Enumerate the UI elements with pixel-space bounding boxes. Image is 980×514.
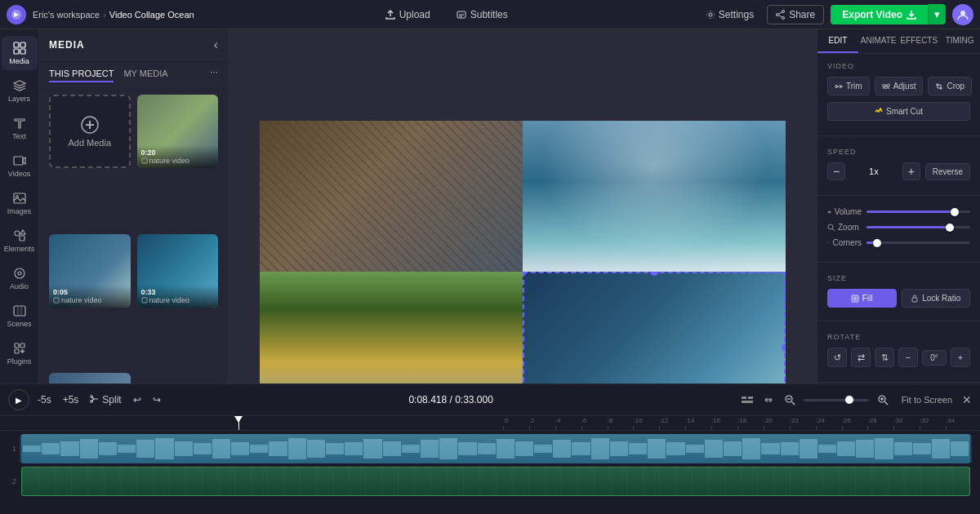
media-thumb-1[interactable]: 0:20 nature video	[137, 95, 219, 168]
sidebar-item-layers[interactable]: Layers	[2, 73, 38, 108]
sidebar-item-elements[interactable]: Elements	[2, 224, 38, 258]
volume-icon	[827, 208, 832, 216]
sidebar-item-images[interactable]: Images	[2, 186, 38, 220]
fill-button[interactable]: Fill	[827, 289, 897, 308]
skip-fwd-button[interactable]: +5s	[60, 392, 82, 407]
upload-button[interactable]: Upload	[379, 6, 437, 24]
svg-rect-24	[15, 349, 19, 353]
zoom-out-button[interactable]	[781, 392, 799, 407]
redo-button[interactable]: ↪	[149, 392, 164, 407]
subtitles-button[interactable]: Subtitles	[450, 6, 514, 24]
size-controls: Fill Lock Ratio	[827, 289, 970, 308]
media-thumb-3[interactable]: 0:33 nature video	[137, 234, 219, 308]
sidebar-item-text[interactable]: Text	[2, 111, 38, 145]
trim-icon	[835, 82, 843, 91]
volume-slider[interactable]	[866, 210, 970, 213]
ripple-button[interactable]: ⇔	[761, 392, 776, 407]
sidebar-item-videos[interactable]: Videos	[2, 148, 38, 183]
timeline-ruler: // Ruler marks will be rendered via JS b…	[0, 416, 980, 431]
split-button[interactable]: Split	[87, 392, 124, 407]
corners-slider[interactable]	[866, 241, 970, 244]
sidebar-label-videos: Videos	[8, 170, 30, 178]
rotate-plus-button[interactable]: +	[951, 348, 970, 367]
svg-rect-47	[742, 397, 746, 399]
workspace-name[interactable]: Eric's workspace	[33, 10, 100, 20]
track-content-1[interactable]: [2,4,6,8,5,3,7,9,6,4,8,5,3,6,9,7,4,5,8,6…	[20, 434, 972, 463]
sidebar-item-audio[interactable]: Audio	[2, 261, 38, 295]
speed-decrease-button[interactable]: −	[827, 162, 845, 180]
zoom-split-icon[interactable]	[738, 393, 756, 406]
timeline-controls: ▶ -5s +5s Split ↩ ↪ 0:08.418 / 0:33.000 …	[0, 384, 980, 416]
tab-edit[interactable]: EDIT	[817, 29, 858, 53]
zoom-track-slider[interactable]	[804, 399, 869, 401]
undo-button[interactable]: ↩	[130, 392, 145, 407]
export-icon	[906, 10, 916, 20]
media-thumb-2[interactable]: 0:05 nature video	[49, 234, 131, 308]
rotate-ccw-button[interactable]: ↺	[827, 348, 847, 367]
play-button[interactable]: ▶	[8, 389, 29, 410]
tab-effects[interactable]: EFFECTS	[899, 29, 940, 53]
media-tab-project[interactable]: THIS PROJECT	[49, 66, 114, 82]
adjust-button[interactable]: Adjust	[875, 77, 924, 95]
crop-label: Crop	[947, 82, 964, 91]
track-number-1: 1	[8, 445, 16, 453]
smart-cut-label: Smart Cut	[886, 107, 923, 116]
lock-ratio-button[interactable]: Lock Ratio	[902, 289, 971, 308]
media-more-button[interactable]: ···	[210, 66, 218, 82]
thumb-filename-3: nature video	[141, 296, 215, 304]
timeline-time: 0:08.418 / 0:33.000	[169, 394, 733, 405]
skip-back-button[interactable]: -5s	[34, 392, 55, 407]
workspace-breadcrumb[interactable]: Eric's workspace › Video Collage Ocean	[33, 10, 194, 20]
zoom-in-button[interactable]	[874, 392, 892, 407]
flip-v-button[interactable]: ⇅	[875, 348, 894, 367]
reverse-button[interactable]: Reverse	[925, 163, 970, 180]
canvas-cell-1[interactable]	[260, 121, 523, 272]
audio-section: Volume Zoom Co	[817, 199, 980, 259]
zoom-slider[interactable]	[866, 226, 970, 228]
tab-animate[interactable]: ANIMATE	[858, 29, 899, 53]
svg-point-10	[960, 11, 965, 16]
share-icon	[776, 10, 786, 20]
svg-point-18	[15, 231, 20, 236]
export-button[interactable]: Export Video	[831, 5, 928, 24]
crop-button[interactable]: Crop	[928, 77, 972, 95]
zoom-out-icon	[784, 394, 795, 405]
add-media-button[interactable]: Add Media	[49, 95, 131, 168]
sidebar-item-media[interactable]: Media	[2, 36, 38, 70]
speed-increase-button[interactable]: +	[902, 162, 920, 180]
video-canvas[interactable]	[260, 121, 786, 423]
close-timeline-button[interactable]: ✕	[962, 393, 972, 406]
media-tab-my-media[interactable]: MY MEDIA	[123, 66, 167, 82]
tab-timing[interactable]: TIMING	[939, 29, 980, 53]
avatar[interactable]	[952, 4, 973, 25]
current-time: 0:08.418	[408, 394, 447, 405]
sidebar-item-scenes[interactable]: Scenes	[2, 299, 38, 333]
smart-cut-button[interactable]: Smart Cut	[827, 102, 970, 121]
svg-rect-28	[142, 158, 147, 163]
file-icon-3	[141, 297, 148, 304]
sidebar-label-text: Text	[12, 132, 26, 140]
share-button[interactable]: Share	[767, 5, 824, 24]
audio-icon	[12, 266, 27, 281]
canvas-cell-2[interactable]	[523, 121, 786, 272]
rotate-section: ROTATE ↺ ⇄ ⇅ − 0° +	[817, 325, 980, 379]
svg-point-21	[18, 272, 21, 275]
sidebar-item-plugins[interactable]: Plugins	[2, 336, 38, 370]
svg-rect-11	[14, 42, 19, 47]
flip-h-button[interactable]: ⇄	[851, 348, 871, 367]
svg-rect-43	[853, 296, 857, 300]
svg-rect-44	[912, 298, 917, 302]
trim-button[interactable]: Trim	[827, 77, 870, 95]
media-panel-close-button[interactable]: ‹	[214, 38, 218, 52]
speed-section-label: SPEED	[827, 148, 970, 156]
fit-to-screen-button[interactable]: Fit to Screen	[897, 393, 957, 406]
rotate-minus-button[interactable]: −	[898, 348, 918, 367]
settings-button[interactable]: Settings	[699, 6, 760, 24]
track-content-2[interactable]	[20, 467, 972, 496]
fill-icon	[851, 295, 859, 303]
svg-point-20	[15, 268, 24, 278]
lock-ratio-icon	[911, 295, 919, 303]
subtitles-icon	[457, 10, 466, 20]
export-dropdown-button[interactable]: ▾	[928, 4, 946, 24]
svg-rect-23	[20, 343, 24, 348]
